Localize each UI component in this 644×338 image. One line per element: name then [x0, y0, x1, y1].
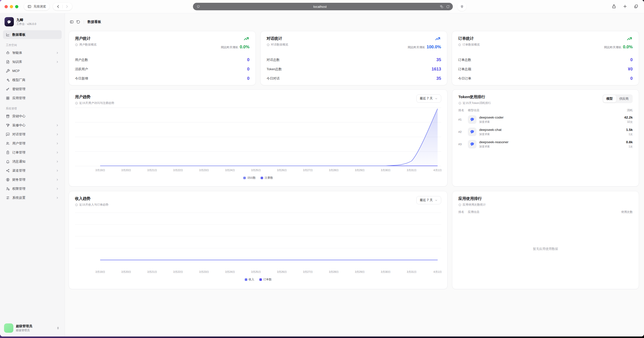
chevrons-up-down-icon[interactable]	[55, 325, 61, 331]
x-axis-tick: 3月26日	[277, 270, 287, 274]
sidebar-item[interactable]: 模型厂商	[3, 76, 62, 84]
x-axis-tick: 3月21日	[147, 169, 157, 172]
sidebar-item[interactable]: 对话管理	[3, 130, 62, 139]
date-range-select[interactable]: 最近 7 天	[416, 196, 441, 204]
charts-row-1: 用户趋势 近15天用户访问与注册趋势 最近 7 天	[69, 89, 639, 186]
growth-label: 同比昨天增长	[604, 46, 621, 49]
growth-label: 同比昨天增长	[221, 46, 238, 49]
sidebar-item-label: 消息通知	[12, 159, 53, 164]
app-logo	[5, 17, 14, 26]
x-axis-tick: 3月23日	[199, 270, 209, 274]
sidebar-item[interactable]: 财务管理	[3, 175, 62, 184]
minimize-window-button[interactable]	[10, 5, 13, 8]
sidebar-item[interactable]: 应用管理	[3, 94, 62, 102]
sidebar-item[interactable]: 系统设置	[3, 193, 62, 202]
empty-state: 暂无应用使用数据	[458, 214, 633, 284]
sidebar-item[interactable]: 智能体	[3, 48, 62, 57]
call-count: 32次	[624, 120, 633, 124]
legend-item[interactable]: 订单数	[259, 278, 272, 281]
sidebar-item[interactable]: 知识库	[3, 57, 62, 66]
sidebar-item[interactable]: 营销中心	[3, 112, 62, 121]
store-icon	[6, 114, 10, 118]
trending-up-icon	[626, 36, 633, 42]
legend-item[interactable]: 访问数	[243, 176, 256, 180]
share-button[interactable]	[610, 3, 617, 10]
card-title: 收入趋势	[75, 196, 108, 201]
legend-swatch	[261, 177, 263, 179]
sidebar-item[interactable]: 消息通知	[3, 157, 62, 166]
tab-overview-button[interactable]	[632, 3, 639, 10]
refresh-button[interactable]	[76, 20, 80, 24]
chevron-right-icon	[56, 51, 59, 54]
settings-2-icon	[6, 196, 10, 200]
tab-provider[interactable]: 供应商	[616, 95, 632, 102]
x-axis-tick: 4月1日	[433, 270, 442, 274]
sidebar-item-label: 权限管理	[12, 186, 53, 191]
chevron-right-icon	[56, 133, 59, 136]
x-axis-tick: 3月20日	[121, 270, 131, 274]
key-icon	[6, 87, 10, 91]
chevron-right-icon	[65, 5, 69, 9]
token-ranking-card: Token使用排行 近15天Token消耗排行 模型 供应商 排名	[452, 89, 639, 186]
legend-item[interactable]: 收入	[245, 278, 254, 281]
x-axis-tick: 3月25日	[251, 169, 261, 172]
model-provider: 深度求索	[479, 132, 502, 136]
deepseek-logo-icon	[468, 128, 476, 136]
token-ranking-row: #1 deepseek-coder 深度求索 42.2k	[458, 113, 633, 126]
users-icon	[6, 141, 10, 145]
chevron-right-icon	[56, 160, 59, 163]
panel-left-icon	[70, 20, 74, 24]
section-system: 系统管理	[6, 107, 59, 110]
user-name: 超级管理员	[16, 324, 32, 328]
translate-icon[interactable]	[440, 5, 444, 9]
window-controls	[5, 5, 18, 8]
sidebar-item[interactable]: 装修中心	[3, 121, 62, 130]
tab-model[interactable]: 模型	[603, 95, 616, 102]
history-nav	[53, 3, 72, 10]
plus-icon	[623, 4, 627, 9]
bell-icon	[6, 160, 10, 164]
sidebar-item[interactable]: 用户管理	[3, 139, 62, 148]
sidebar-toggle-button[interactable]	[70, 20, 74, 24]
new-tab-button[interactable]	[621, 3, 628, 10]
back-button[interactable]	[54, 3, 62, 10]
growth-value: 0.0%	[240, 45, 250, 50]
system-items: 营销中心 装修中心	[3, 112, 62, 202]
sidebar-item[interactable]: MCP	[3, 66, 62, 75]
chevron-right-icon	[56, 187, 59, 190]
x-axis-tick: 3月19日	[95, 169, 105, 172]
date-range-select[interactable]: 最近 7 天	[416, 94, 441, 103]
user-menu[interactable]: 超级管理员 超级管理员	[0, 320, 65, 336]
page-title: 数据看板	[88, 20, 101, 24]
avatar	[4, 323, 13, 333]
zoom-window-button[interactable]	[15, 5, 18, 8]
sidebar-item[interactable]: 渠道管理	[3, 166, 62, 175]
call-count: 1次	[626, 145, 633, 148]
forward-button[interactable]	[63, 3, 71, 10]
incognito-badge[interactable]: 无痕浏览	[24, 3, 50, 10]
growth-label: 同比昨天增长	[408, 46, 425, 49]
reload-icon[interactable]	[446, 5, 450, 9]
sidebar-item[interactable]: 权限管理	[3, 184, 62, 193]
section-workspace: 工作空间	[6, 43, 59, 47]
model-name: deepseek-reasoner	[479, 140, 508, 144]
x-axis-tick: 3月22日	[173, 169, 183, 172]
app-logo-row[interactable]: 九鲫 工作台 · v26.0.0	[0, 13, 65, 28]
card-subtitle: 近15天Token消耗排行	[463, 101, 491, 105]
address-bar[interactable]: localhost	[193, 3, 453, 10]
stat-card-users: 用户统计 用户数据概览 同比昨天增长	[69, 31, 256, 85]
legend-item[interactable]: 注册数	[261, 176, 273, 180]
sidebar-item-dashboard[interactable]: 数据看板	[3, 30, 62, 39]
sidebar-item[interactable]: 订单管理	[3, 148, 62, 157]
clipboard-list-icon	[6, 151, 10, 155]
sidebar-item-label: 装修中心	[12, 123, 53, 128]
sidebar-item[interactable]: 密钥管理	[3, 85, 62, 93]
gridlines	[75, 213, 441, 248]
close-window-button[interactable]	[5, 5, 8, 8]
privacy-shield-button[interactable]	[457, 2, 466, 11]
stat-card-conversations: 对话统计 对话数据概览 同比昨天增长	[260, 31, 448, 85]
chevron-right-icon	[56, 196, 59, 199]
x-axis-tick: 3月22日	[173, 270, 183, 274]
sidebar-item-label: 营销中心	[12, 114, 59, 119]
sidebar: 九鲫 工作台 · v26.0.0 数据看板 工作空间	[0, 13, 65, 336]
